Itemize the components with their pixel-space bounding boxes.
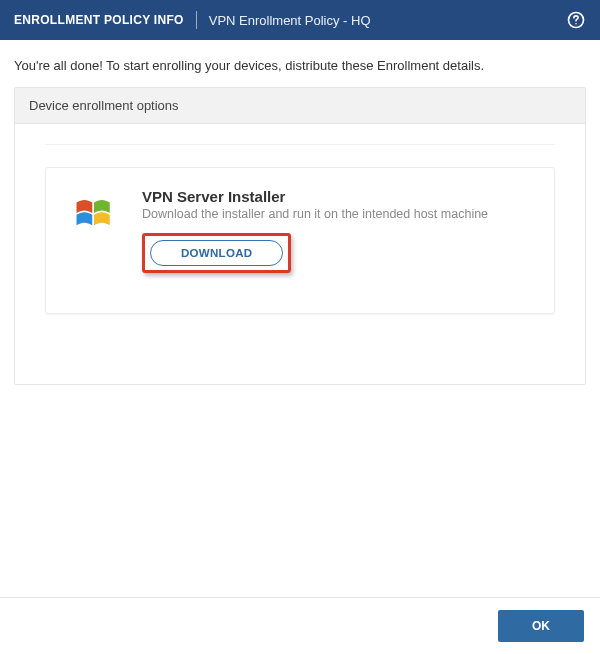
dialog-header: ENROLLMENT POLICY INFO VPN Enrollment Po… [0,0,600,40]
header-title: ENROLLMENT POLICY INFO [14,13,184,27]
help-icon[interactable] [566,10,586,30]
download-button[interactable]: DOWNLOAD [150,240,283,266]
download-highlight: DOWNLOAD [142,233,291,273]
dialog-content: You're all done! To start enrolling your… [0,40,600,597]
ok-button[interactable]: OK [498,610,584,642]
panel-body: VPN Server Installer Download the instal… [15,124,585,384]
windows-icon [70,188,118,273]
installer-card: VPN Server Installer Download the instal… [45,167,555,314]
enrollment-panel: Device enrollment options VPN Server Ins… [14,87,586,385]
card-description: Download the installer and run it on the… [142,207,530,221]
card-content: VPN Server Installer Download the instal… [142,188,530,273]
svg-point-1 [575,23,577,24]
intro-text: You're all done! To start enrolling your… [0,40,600,87]
panel-header: Device enrollment options [15,88,585,124]
card-title: VPN Server Installer [142,188,530,205]
panel-divider [45,144,555,145]
header-subtitle: VPN Enrollment Policy - HQ [209,13,371,28]
header-divider [196,11,197,29]
dialog-footer: OK [0,597,600,654]
